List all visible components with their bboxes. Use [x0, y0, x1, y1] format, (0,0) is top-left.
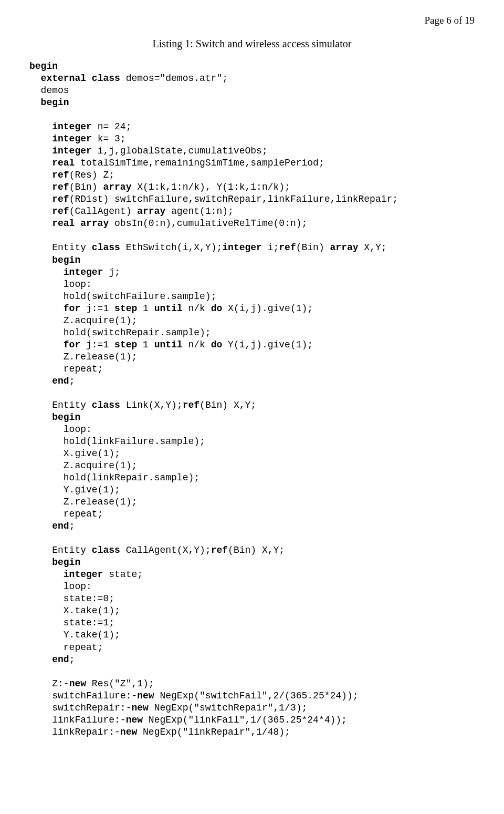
code-text: i; — [262, 242, 279, 253]
code-text: hold(linkFailure.sample); — [29, 436, 205, 447]
kw-integer: integer — [29, 569, 103, 580]
kw-class: class — [86, 73, 120, 84]
code-text: linkFailure:- — [29, 715, 126, 725]
kw-ref: ref — [29, 182, 69, 192]
code-text: NegExp("switchRepair",1/3); — [149, 703, 307, 713]
kw-begin: begin — [29, 255, 80, 265]
code-text: switchFailure:- — [29, 691, 137, 701]
kw-array: array — [98, 182, 132, 192]
kw-until: until — [149, 339, 183, 350]
kw-for: for — [29, 339, 80, 350]
code-text: X,Y; — [359, 242, 387, 253]
code-text: X.take(1); — [29, 605, 120, 616]
code-text: n= 24; — [92, 121, 132, 132]
kw-end: end — [29, 376, 69, 386]
code-text: Y(i,j).give(1); — [222, 339, 313, 350]
code-text: Z.acquire(1); — [29, 315, 137, 326]
code-text: j:=1 — [80, 339, 109, 350]
kw-integer: integer — [222, 242, 262, 253]
kw-for: for — [29, 303, 80, 314]
kw-ref: ref — [29, 170, 69, 180]
kw-begin: begin — [29, 412, 80, 423]
kw-integer: integer — [29, 121, 92, 132]
code-text: j:=1 — [80, 303, 109, 314]
kw-ref: ref — [279, 242, 296, 253]
kw-integer: integer — [29, 133, 92, 144]
code-text: X(i,j).give(1); — [222, 303, 313, 314]
code-block: begin external class demos="demos.atr"; … — [29, 60, 475, 738]
kw-real: real — [29, 158, 75, 168]
code-text: repeat; — [29, 642, 103, 653]
kw-integer: integer — [29, 267, 103, 277]
code-text: k= 3; — [92, 133, 126, 144]
kw-real-array: real array — [29, 218, 109, 229]
code-text: state:=1; — [29, 617, 114, 628]
kw-until: until — [149, 303, 183, 314]
code-text: ; — [69, 521, 75, 531]
code-text: NegExp("switchFail",2/(365.25*24)); — [154, 691, 359, 701]
kw-integer: integer — [29, 146, 92, 156]
code-text: switchRepair:- — [29, 703, 131, 713]
code-text: i,j,globalState,cumulativeObs; — [92, 146, 268, 156]
code-text: hold(switchRepair.sample); — [29, 327, 211, 338]
kw-new: new — [126, 715, 143, 725]
listing-title-text: Listing 1: Switch and wireless access si… — [153, 38, 352, 49]
code-text: linkRepair:- — [29, 727, 120, 737]
code-text: EthSwitch(i,X,Y); — [120, 242, 222, 253]
code-text: obsIn(0:n),cumulativeRelTime(0:n); — [109, 218, 307, 229]
code-text: hold(linkRepair.sample); — [29, 472, 200, 483]
kw-class: class — [86, 545, 120, 555]
code-text: agent(1:n); — [165, 206, 234, 217]
code-text: hold(switchFailure.sample); — [29, 291, 216, 302]
code-text: NegExp("linkRepair",1/48); — [137, 727, 290, 737]
code-text: CallAgent(X,Y); — [120, 545, 211, 555]
code-text: state:=0; — [29, 593, 114, 604]
kw-array: array — [131, 206, 165, 217]
kw-step: step — [109, 339, 137, 350]
kw-ref: ref — [29, 206, 69, 217]
kw-end: end — [29, 654, 69, 665]
code-text: n/k — [183, 303, 205, 314]
code-text: (CallAgent) — [69, 206, 132, 217]
code-text: demos — [29, 85, 69, 96]
kw-do: do — [205, 303, 222, 314]
code-text: Entity — [29, 242, 86, 253]
code-text: X.give(1); — [29, 448, 120, 459]
code-text: totalSimTime,remainingSimTime,samplePeri… — [75, 158, 324, 168]
code-text: Y.take(1); — [29, 630, 120, 640]
kw-new: new — [131, 703, 148, 713]
kw-begin: begin — [29, 557, 80, 568]
code-text: ; — [69, 376, 75, 386]
code-text: NegExp("linkFail",1/(365.25*24*4)); — [143, 715, 347, 725]
kw-class: class — [86, 400, 120, 410]
code-text: Entity — [29, 400, 86, 410]
code-text: Entity — [29, 545, 86, 555]
code-text: Z.release(1); — [29, 497, 137, 507]
code-text: repeat; — [29, 509, 103, 519]
code-text: repeat; — [29, 364, 103, 374]
kw-step: step — [109, 303, 137, 314]
code-text: Z.acquire(1); — [29, 460, 137, 471]
kw-ref: ref — [183, 400, 200, 410]
kw-class: class — [86, 242, 120, 253]
kw-end: end — [29, 521, 69, 531]
code-text: (Bin) — [69, 182, 98, 192]
code-text: Z:- — [29, 678, 69, 689]
code-text: state; — [103, 569, 143, 580]
code-text: (RDist) switchFailure,switchRepair,linkF… — [69, 194, 398, 204]
kw-new: new — [120, 727, 137, 737]
kw-external: external — [29, 73, 86, 84]
kw-begin: begin — [29, 97, 69, 108]
kw-ref: ref — [211, 545, 228, 555]
code-text: Z.release(1); — [29, 352, 137, 362]
code-text: demos="demos.atr"; — [120, 73, 228, 84]
page-header: Page 6 of 19 — [29, 15, 475, 26]
code-text: loop: — [29, 424, 92, 435]
code-text: (Res) Z; — [69, 170, 114, 180]
code-text: Y.give(1); — [29, 485, 120, 495]
kw-ref: ref — [29, 194, 69, 204]
kw-array: array — [324, 242, 359, 253]
code-text: (Bin) X,Y; — [228, 545, 285, 555]
code-text: (Bin) — [296, 242, 324, 253]
code-text: 1 — [137, 303, 149, 314]
